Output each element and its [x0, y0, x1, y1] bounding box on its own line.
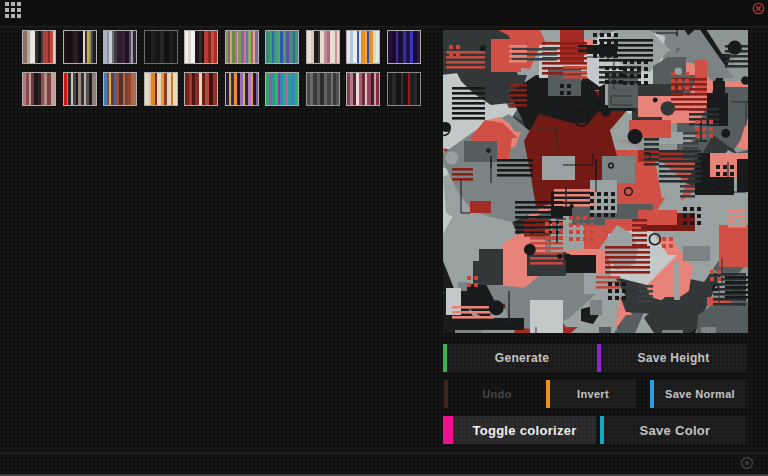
toggle-colorizer-button[interactable]: Toggle colorizer [443, 416, 596, 444]
palette-swatch[interactable] [184, 30, 218, 64]
save-color-button-label: Save Color [640, 423, 711, 438]
save-normal-button-label: Save Normal [665, 388, 735, 400]
toggle-colorizer-button-label: Toggle colorizer [472, 423, 576, 438]
save-height-button[interactable]: Save Height [597, 344, 746, 372]
palette-swatch[interactable] [306, 30, 340, 64]
palette-row-1 [22, 30, 421, 64]
close-icon[interactable] [752, 2, 765, 15]
palette-swatch[interactable] [22, 30, 56, 64]
circle-dot-icon[interactable] [739, 455, 755, 471]
save-height-button-label: Save Height [638, 351, 710, 365]
apps-grid-icon[interactable] [5, 2, 23, 20]
app-window: Generate Save Height Undo Invert Save No… [0, 0, 768, 476]
palette-swatch[interactable] [63, 72, 97, 106]
palette-swatch[interactable] [306, 72, 340, 106]
save-normal-button[interactable]: Save Normal [650, 380, 746, 408]
palette-swatch[interactable] [103, 72, 137, 106]
footer-divider [0, 453, 768, 454]
generate-button[interactable]: Generate [443, 344, 597, 372]
palette-swatch[interactable] [63, 30, 97, 64]
palette-swatch[interactable] [184, 72, 218, 106]
generate-button-label: Generate [495, 351, 549, 365]
palette-swatch[interactable] [387, 30, 421, 64]
palette-swatch[interactable] [265, 30, 299, 64]
invert-button[interactable]: Invert [546, 380, 636, 408]
palette-swatch[interactable] [144, 72, 178, 106]
undo-button[interactable]: Undo [444, 380, 546, 408]
accent-bar [443, 416, 453, 444]
texture-preview [443, 30, 748, 333]
undo-button-label: Undo [482, 388, 511, 400]
palette-swatch[interactable] [387, 72, 421, 106]
main-area: Generate Save Height Undo Invert Save No… [0, 28, 768, 476]
invert-button-label: Invert [577, 388, 609, 400]
title-bar [0, 0, 768, 27]
palette-swatch[interactable] [265, 72, 299, 106]
save-color-button[interactable]: Save Color [600, 416, 746, 444]
palette-swatch[interactable] [225, 72, 259, 106]
palette-row-2 [22, 72, 421, 106]
palette-swatch[interactable] [144, 30, 178, 64]
palette-swatch[interactable] [346, 72, 380, 106]
palette-swatch[interactable] [103, 30, 137, 64]
palette-swatch[interactable] [346, 30, 380, 64]
palette-swatch[interactable] [225, 30, 259, 64]
palette-swatch[interactable] [22, 72, 56, 106]
